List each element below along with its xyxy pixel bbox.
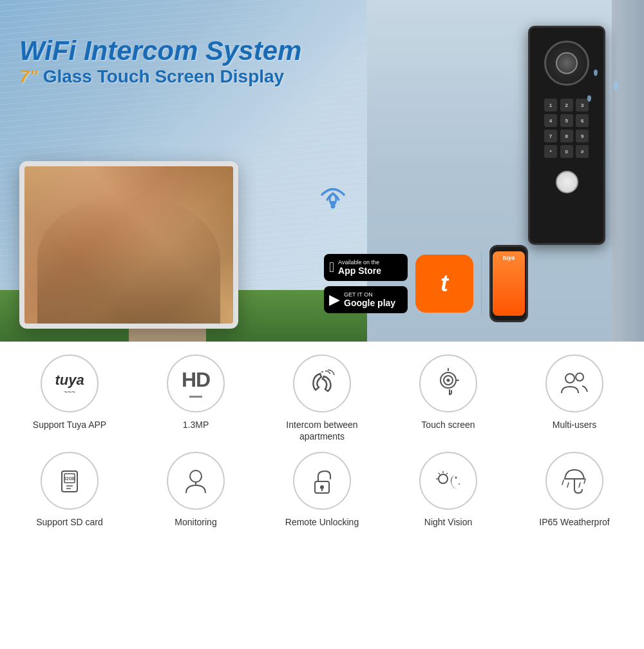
svg-point-13 bbox=[190, 470, 202, 482]
feature-circle-users bbox=[545, 354, 603, 412]
tuya-logo-display: tuya ~~~ bbox=[55, 372, 84, 396]
apple-icon:  bbox=[329, 259, 334, 276]
key-0: 0 bbox=[560, 145, 573, 158]
inch-marker: 7" bbox=[19, 66, 38, 86]
hd-sub-text: ▬▬ bbox=[182, 392, 210, 399]
hd-display: HD ▬▬ bbox=[182, 368, 210, 399]
features-row-2: 32GB Support SD card Monitoring bbox=[6, 452, 638, 528]
feature-hd: HD ▬▬ 1.3MP bbox=[138, 354, 254, 431]
app-download-section:  Available on the App Store ▶ GET IT ON… bbox=[324, 245, 528, 322]
feature-sdcard: 32GB Support SD card bbox=[12, 452, 128, 528]
key-8: 8 bbox=[560, 130, 573, 142]
monitor-couple bbox=[37, 195, 220, 324]
googleplay-text: GET IT ON Google play bbox=[344, 291, 395, 309]
feature-circle-touch bbox=[419, 354, 477, 412]
feature-circle-unlock bbox=[293, 452, 351, 510]
tuya-app-label: Support Tuya APP bbox=[33, 419, 106, 431]
tuya-logo-letter: t bbox=[440, 270, 448, 297]
key-6: 6 bbox=[576, 114, 589, 127]
svg-text:32GB: 32GB bbox=[64, 476, 75, 481]
key-1: 1 bbox=[544, 99, 557, 111]
svg-line-21 bbox=[439, 473, 440, 474]
feature-circle-tuya: tuya ~~~ bbox=[41, 354, 99, 412]
wifi-signal-icon bbox=[316, 180, 351, 217]
key-4: 4 bbox=[544, 114, 557, 127]
store-buttons:  Available on the App Store ▶ GET IT ON… bbox=[324, 254, 408, 313]
svg-point-16 bbox=[320, 485, 324, 489]
mp-label: 1.3MP bbox=[183, 419, 209, 431]
svg-point-18 bbox=[439, 474, 448, 483]
feature-multiusers: Multi-users bbox=[516, 354, 632, 431]
appstore-small-label: Available on the bbox=[338, 259, 381, 266]
feature-circle-monitoring bbox=[167, 452, 225, 510]
appstore-big-label: App Store bbox=[338, 266, 381, 276]
sdcard-label: Support SD card bbox=[36, 516, 103, 528]
svg-point-23 bbox=[455, 477, 457, 479]
svg-point-24 bbox=[459, 483, 460, 485]
feature-nightvision: Night Vision bbox=[390, 452, 506, 528]
feature-tuya-app: tuya ~~~ Support Tuya APP bbox=[12, 354, 128, 431]
wall bbox=[612, 0, 644, 342]
indoor-monitor bbox=[19, 161, 238, 329]
nightvision-label: Night Vision bbox=[424, 516, 472, 528]
weatherproof-icon bbox=[558, 465, 591, 497]
tuya-wave: ~~~ bbox=[64, 389, 75, 396]
sdcard-icon: 32GB bbox=[53, 465, 86, 497]
key-hash: # bbox=[576, 145, 589, 158]
hero-title: WiFi Intercom System 7" Glass Touch Scre… bbox=[19, 35, 301, 87]
touch-screen-label: Touch screen bbox=[421, 419, 475, 431]
svg-line-26 bbox=[567, 483, 569, 487]
display-subtitle: 7" Glass Touch Screen Display bbox=[19, 66, 301, 87]
key-star: * bbox=[544, 145, 557, 158]
tuya-app-button[interactable]: t bbox=[415, 255, 473, 313]
unlock-icon bbox=[306, 465, 338, 497]
svg-line-22 bbox=[446, 473, 448, 474]
key-2: 2 bbox=[560, 99, 573, 111]
intercom-label: Intercom between apartments bbox=[264, 419, 380, 442]
svg-point-6 bbox=[565, 374, 574, 383]
appstore-text: Available on the App Store bbox=[338, 259, 381, 276]
monitoring-label: Monitoring bbox=[175, 516, 216, 528]
phone-screen: tuya bbox=[493, 251, 525, 316]
weatherproof-label: IP65 Weatherprof bbox=[539, 516, 609, 528]
feature-circle-nightvision bbox=[419, 452, 477, 510]
feature-circle-weatherproof bbox=[545, 452, 603, 510]
nightvision-icon bbox=[432, 465, 464, 497]
feature-intercom: Intercom between apartments bbox=[264, 354, 380, 442]
key-7: 7 bbox=[544, 130, 557, 142]
svg-point-7 bbox=[576, 373, 583, 381]
features-row-1: tuya ~~~ Support Tuya APP HD ▬▬ 1.3MP bbox=[6, 354, 638, 442]
svg-line-29 bbox=[562, 480, 564, 485]
tuya-phone-label: tuya bbox=[503, 255, 515, 261]
svg-point-3 bbox=[447, 379, 450, 382]
wifi-intercom-title: WiFi Intercom System bbox=[19, 35, 301, 66]
phone-mockup: tuya bbox=[489, 245, 528, 322]
hd-text: HD bbox=[182, 368, 210, 392]
features-section: tuya ~~~ Support Tuya APP HD ▬▬ 1.3MP bbox=[0, 342, 644, 545]
googleplay-button[interactable]: ▶ GET IT ON Google play bbox=[324, 286, 408, 313]
water-drop-1 bbox=[594, 70, 598, 76]
feature-circle-sdcard: 32GB bbox=[41, 452, 99, 510]
monitoring-icon bbox=[180, 465, 212, 497]
unlock-label: Remote Unlocking bbox=[285, 516, 359, 528]
glass-touch-text: Glass Touch Screen Display bbox=[43, 66, 285, 86]
feature-circle-hd: HD ▬▬ bbox=[167, 354, 225, 412]
vertical-divider bbox=[481, 251, 482, 316]
googleplay-small-label: GET IT ON bbox=[344, 291, 395, 298]
svg-point-0 bbox=[331, 204, 336, 209]
googleplay-big-label: Google play bbox=[344, 298, 395, 308]
hero-section: WiFi Intercom System 7" Glass Touch Scre… bbox=[0, 0, 644, 342]
monitor-screen bbox=[24, 166, 233, 324]
key-5: 5 bbox=[560, 114, 573, 127]
feature-monitoring: Monitoring bbox=[138, 452, 254, 528]
multi-users-icon bbox=[558, 367, 591, 400]
key-9: 9 bbox=[576, 130, 589, 142]
water-drop-3 bbox=[587, 95, 591, 102]
feature-circle-intercom bbox=[293, 354, 351, 412]
outdoor-doorbell-unit: 1 2 3 4 5 6 7 8 9 * 0 # bbox=[528, 26, 605, 245]
appstore-button[interactable]:  Available on the App Store bbox=[324, 254, 408, 281]
feature-touch: Touch screen bbox=[390, 354, 506, 431]
multiusers-label: Multi-users bbox=[553, 419, 596, 431]
outdoor-bell-button bbox=[556, 171, 578, 193]
touch-screen-icon bbox=[432, 367, 464, 400]
